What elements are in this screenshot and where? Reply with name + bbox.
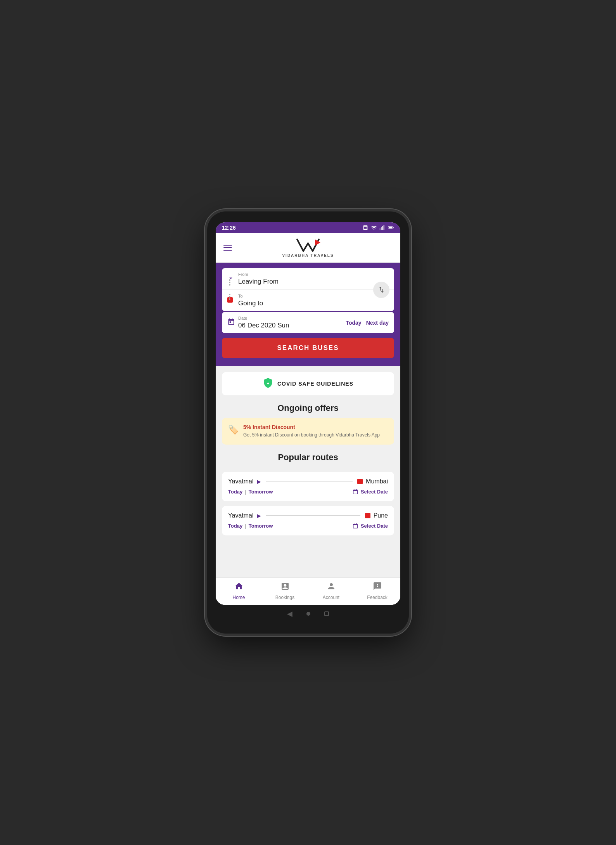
home-button[interactable]: [306, 612, 310, 616]
nav-feedback-label: Feedback: [367, 595, 388, 600]
route-dest-0: Mumbai: [366, 478, 388, 485]
route-from-0: Yavatmal: [228, 478, 254, 485]
next-day-button[interactable]: Next day: [366, 320, 389, 326]
route-row-0: Yavatmal ▶ Mumbai: [228, 478, 388, 485]
calendar-icon-1: [352, 523, 358, 529]
status-time: 12:26: [222, 225, 236, 231]
bottom-nav: Home Bookings Account: [216, 577, 400, 605]
covid-banner[interactable]: + COVID SAFE GUIDELINES: [222, 372, 394, 395]
signal-icon: [379, 225, 386, 231]
route-line-0: [266, 481, 353, 481]
app-logo: VIDARBHA TRAVELS: [282, 238, 334, 258]
to-dots: [229, 294, 230, 300]
route-today-btn-0[interactable]: Today: [228, 489, 242, 495]
shield-icon: +: [263, 377, 273, 390]
nav-bookings-item[interactable]: Bookings: [262, 582, 308, 600]
to-value: Going to: [238, 300, 389, 307]
covid-text: COVID SAFE GUIDELINES: [277, 381, 353, 387]
svg-rect-5: [384, 225, 384, 230]
home-icon: [234, 582, 244, 593]
svg-text:+: +: [267, 381, 270, 386]
svg-rect-2: [380, 228, 381, 230]
route-from-1: Yavatmal: [228, 512, 254, 519]
route-dest-dot-0: [357, 479, 363, 484]
feedback-icon: [373, 582, 382, 593]
calendar-icon-0: [352, 489, 358, 495]
route-dates-1: Today | Tomorrow: [228, 523, 273, 529]
today-button[interactable]: Today: [346, 320, 361, 326]
status-bar: 12:26: [216, 222, 400, 233]
recents-button[interactable]: [324, 611, 329, 616]
search-buses-button[interactable]: SEARCH BUSES: [222, 338, 394, 358]
nav-home-label: Home: [232, 595, 245, 600]
route-dest-1: Pune: [374, 512, 388, 519]
select-date-label-1: Select Date: [361, 523, 388, 529]
to-field[interactable]: To Going to: [222, 290, 394, 311]
offer-content: 5% Instant Discount Get 5% instant Disco…: [243, 424, 380, 438]
swap-button[interactable]: [373, 282, 389, 298]
svg-rect-1: [364, 227, 367, 229]
svg-rect-8: [393, 227, 394, 229]
logo-icon: [296, 238, 320, 253]
route-arrow-icon-1: ▶: [257, 513, 261, 519]
route-sep-0: |: [245, 489, 246, 495]
calendar-icon: [227, 318, 235, 327]
bookings-icon: [280, 582, 290, 593]
route-arrow-icon-0: ▶: [257, 478, 261, 485]
device-frame: 12:26: [207, 211, 409, 634]
svg-rect-4: [382, 226, 383, 230]
from-label: From: [238, 272, 371, 277]
date-quick-buttons: Today Next day: [346, 320, 389, 326]
account-icon: [327, 582, 336, 593]
date-label: Date: [238, 316, 289, 320]
nav-bookings-label: Bookings: [275, 595, 294, 600]
route-tomorrow-btn-1[interactable]: Tomorrow: [249, 523, 273, 529]
device-nav-bar: ◀: [216, 605, 400, 620]
battery-icon: [388, 225, 394, 231]
covid-shield-icon: +: [263, 377, 273, 388]
tag-icon: 🏷️: [228, 425, 239, 435]
swap-icon: [377, 286, 385, 294]
sim-icon: [362, 225, 369, 231]
back-button[interactable]: ◀: [287, 610, 292, 618]
nav-account-item[interactable]: Account: [308, 582, 354, 600]
route-sep-1: |: [245, 523, 246, 529]
route-card-1[interactable]: Yavatmal ▶ Pune Today | Tomorrow Select …: [222, 506, 394, 535]
popular-routes-title: Popular routes: [216, 445, 400, 467]
offer-title: 5% Instant Discount: [243, 424, 380, 430]
svg-rect-7: [389, 227, 392, 229]
svg-rect-3: [381, 227, 382, 230]
from-dots: [229, 279, 230, 286]
offer-card[interactable]: 🏷️ 5% Instant Discount Get 5% instant Di…: [222, 418, 394, 445]
route-select-date-btn-0[interactable]: Select Date: [352, 489, 388, 495]
offers-section-title: Ongoing offers: [216, 395, 400, 418]
hamburger-button[interactable]: [222, 243, 234, 253]
from-value: Leaving From: [238, 278, 371, 286]
date-field[interactable]: Date 06 Dec 2020 Sun Today Next day: [222, 312, 394, 333]
route-select-date-btn-1[interactable]: Select Date: [352, 523, 388, 529]
nav-home-item[interactable]: Home: [216, 582, 262, 600]
from-field[interactable]: From Leaving From: [222, 268, 394, 290]
route-today-btn-1[interactable]: Today: [228, 523, 242, 529]
wifi-icon: [371, 225, 377, 231]
nav-feedback-item[interactable]: Feedback: [354, 582, 400, 600]
route-card-0[interactable]: Yavatmal ▶ Mumbai Today | Tomorrow Selec…: [222, 472, 394, 501]
offer-desc: Get 5% instant Discount on booking throu…: [243, 432, 380, 438]
search-section: From Leaving From: [216, 263, 400, 366]
status-icons: [362, 225, 394, 231]
route-dest-dot-1: [365, 513, 370, 518]
route-actions-1: Today | Tomorrow Select Date: [228, 523, 388, 529]
route-dates-0: Today | Tomorrow: [228, 489, 273, 495]
route-tomorrow-btn-0[interactable]: Tomorrow: [249, 489, 273, 495]
app-name: VIDARBHA TRAVELS: [282, 253, 334, 258]
route-row-1: Yavatmal ▶ Pune: [228, 512, 388, 519]
to-label: To: [238, 294, 389, 298]
app-header: VIDARBHA TRAVELS: [216, 233, 400, 263]
from-icon: [227, 275, 234, 283]
nav-account-label: Account: [323, 595, 339, 600]
date-value: 06 Dec 2020 Sun: [238, 322, 289, 329]
device-screen: 12:26: [216, 222, 400, 605]
route-line-1: [266, 515, 360, 516]
select-date-label-0: Select Date: [361, 489, 388, 495]
hamburger-icon: [223, 245, 232, 251]
